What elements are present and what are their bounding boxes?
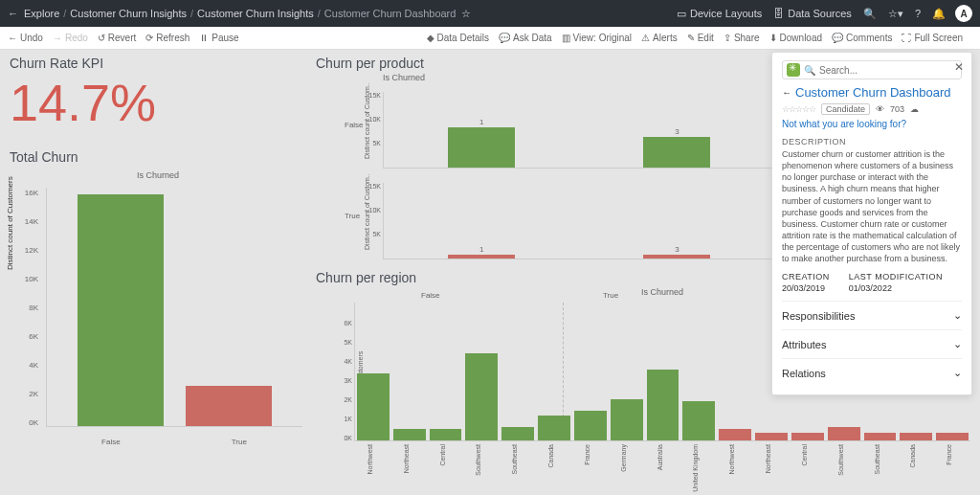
region-bar[interactable]: Southwest — [828, 427, 860, 440]
help-icon[interactable]: ? — [915, 8, 921, 19]
region-bar[interactable]: France — [936, 433, 969, 440]
rating-stars[interactable]: ☆☆☆☆☆ — [782, 104, 815, 114]
notifications-icon[interactable]: 🔔 — [932, 8, 946, 20]
product-logo-icon — [787, 63, 800, 77]
cpp-true-bar-2[interactable]: 3 — [643, 255, 710, 259]
search-icon: 🔍 — [804, 65, 815, 76]
region-bar[interactable]: Germany — [611, 399, 643, 440]
data-details-button[interactable]: ◆ Data Details — [427, 33, 489, 43]
alerts-button[interactable]: ⚠ Alerts — [641, 33, 678, 43]
total-churn-chart: Distinct count of Customers 0K 2K 4K 6K … — [10, 188, 306, 446]
download-button[interactable]: ⬇ Download — [769, 33, 822, 43]
panel-search[interactable]: 🔍 — [782, 60, 962, 79]
share-button[interactable]: ⇪ Share — [724, 33, 760, 43]
region-bar[interactable]: Central — [791, 433, 824, 440]
region-bar[interactable]: United Kingdom — [682, 401, 715, 440]
edit-button[interactable]: ✎ Edit — [687, 33, 714, 43]
region-bar[interactable]: France — [574, 411, 607, 440]
device-layouts-button[interactable]: ▭ Device Layouts — [677, 8, 762, 20]
avatar[interactable]: A — [955, 5, 972, 22]
pause-button[interactable]: ⏸ Pause — [199, 33, 238, 43]
total-churn-title: Total Churn — [10, 149, 306, 165]
region-bar[interactable]: Northwest — [719, 429, 751, 440]
view-original-button[interactable]: ▥ View: Original — [562, 33, 633, 43]
panel-title[interactable]: Customer Churn Dashboard — [795, 85, 951, 100]
chevron-down-icon: ⌄ — [953, 309, 962, 322]
not-what-link[interactable]: Not what you are looking for? — [782, 119, 962, 129]
redo-button[interactable]: → Redo — [53, 33, 88, 43]
refresh-button[interactable]: ⟳ Refresh — [145, 33, 189, 43]
revert-button[interactable]: ↺ Revert — [98, 33, 136, 43]
cpp-false-bar-1[interactable]: 1 — [448, 127, 515, 168]
region-bar[interactable]: Australia — [647, 370, 679, 440]
search-icon[interactable]: 🔍 — [863, 8, 877, 20]
status-badge: Candidate — [821, 103, 870, 115]
accordion-responsibilities[interactable]: Responsibilities⌄ — [782, 301, 962, 329]
favorites-icon[interactable]: ☆▾ — [888, 8, 903, 20]
region-bar[interactable]: Southwest — [465, 353, 498, 440]
back-icon[interactable]: ← — [8, 8, 18, 19]
region-bar[interactable]: Canada — [900, 433, 932, 440]
bar-false[interactable] — [78, 194, 164, 426]
top-bar: ← Explore / Customer Churn Insights / Cu… — [0, 0, 980, 27]
data-sources-button[interactable]: 🗄 Data Sources — [773, 8, 852, 19]
ask-data-button[interactable]: 💬 Ask Data — [499, 33, 552, 43]
accordion-attributes[interactable]: Attributes⌄ — [782, 329, 962, 358]
cloud-icon: ☁ — [910, 104, 919, 114]
cpp-false-bar-2[interactable]: 3 — [643, 137, 710, 168]
region-bar[interactable]: Southeast — [864, 433, 897, 440]
undo-button[interactable]: ← Undo — [8, 33, 43, 43]
accordion-relations[interactable]: Relations⌄ — [782, 358, 962, 387]
details-panel: ✕ 🔍 ← Customer Churn Dashboard ☆☆☆☆☆ Can… — [771, 52, 972, 395]
comments-button[interactable]: 💬 Comments — [832, 33, 892, 43]
panel-description: Customer churn or customer attrition is … — [782, 148, 962, 264]
toolbar: ← Undo → Redo ↺ Revert ⟳ Refresh ⏸ Pause… — [0, 27, 980, 50]
chevron-down-icon: ⌄ — [953, 338, 962, 350]
region-bar[interactable]: Canada — [538, 416, 570, 440]
region-bar[interactable]: Northeast — [755, 433, 788, 440]
kpi-value: 14.7% — [10, 77, 306, 128]
panel-search-input[interactable] — [819, 65, 957, 76]
breadcrumb-root[interactable]: Explore — [24, 8, 59, 19]
breadcrumb-l1[interactable]: Customer Churn Insights — [70, 8, 187, 19]
chevron-down-icon: ⌄ — [953, 367, 962, 379]
fullscreen-button[interactable]: ⛶ Full Screen — [902, 33, 963, 43]
region-bar[interactable]: Northwest — [357, 373, 390, 440]
region-bar[interactable]: Northeast — [393, 429, 426, 440]
kpi-title: Churn Rate KPI — [10, 56, 306, 71]
total-churn-legend: Is Churned — [10, 170, 306, 180]
favorite-star-icon[interactable]: ☆ — [461, 8, 471, 20]
bar-true[interactable] — [186, 386, 272, 426]
region-bar[interactable]: Central — [430, 429, 462, 440]
region-bar[interactable]: Southeast — [501, 427, 534, 440]
cpp-true-bar-1[interactable]: 1 — [448, 255, 515, 259]
breadcrumb-l3: Customer Churn Dashboard — [324, 8, 457, 19]
breadcrumb-l2[interactable]: Customer Churn Insights — [197, 8, 314, 19]
close-icon[interactable]: ✕ — [954, 60, 964, 74]
views-icon: 👁 — [876, 104, 884, 114]
panel-back-icon[interactable]: ← — [782, 87, 791, 98]
